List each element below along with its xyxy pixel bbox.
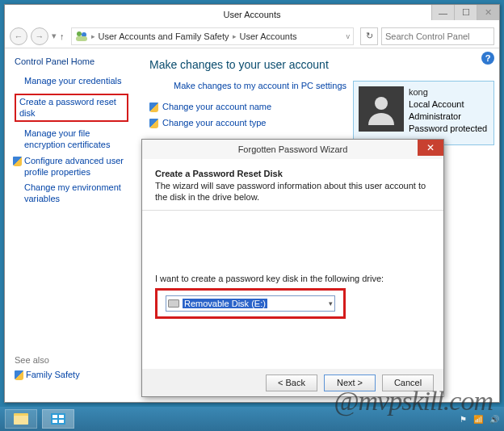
avatar xyxy=(359,86,404,132)
dialog-heading: Create a Password Reset Disk xyxy=(155,169,430,178)
forward-button[interactable]: → xyxy=(31,27,48,45)
taskbar-item-app[interactable] xyxy=(42,409,74,429)
forgotten-password-wizard: Forgotten Password Wizard ✕ Create a Pas… xyxy=(141,139,444,397)
sidebar-item-encryption[interactable]: Manage your file encryption certificates xyxy=(24,128,128,151)
dialog-buttons: < Back Next > Cancel xyxy=(142,369,443,396)
user-role: Administrator xyxy=(409,111,487,123)
control-panel-home-link[interactable]: Control Panel Home xyxy=(15,56,128,66)
recent-chevron-icon[interactable]: ▾ xyxy=(52,31,57,41)
sidebar-item-family-safety[interactable]: Family Safety xyxy=(26,370,80,381)
taskbar-item-explorer[interactable] xyxy=(5,409,37,429)
breadcrumb-chevron-icon[interactable]: v xyxy=(346,32,351,40)
user-card: kong Local Account Administrator Passwor… xyxy=(353,81,494,145)
refresh-button[interactable]: ↻ xyxy=(360,27,378,45)
tray-network-icon[interactable]: 📶 xyxy=(473,415,483,424)
highlight-box: Removable Disk (E:) ▾ xyxy=(155,288,346,319)
svg-rect-9 xyxy=(52,420,57,423)
system-tray: ⚑ 📶 🔊 xyxy=(460,415,499,424)
dialog-titlebar: Forgotten Password Wizard ✕ xyxy=(142,140,443,159)
titlebar: User Accounts — ☐ ✕ xyxy=(5,5,499,24)
breadcrumb-page[interactable]: User Accounts xyxy=(240,31,297,41)
sidebar-item-reset-disk[interactable]: Create a password reset disk xyxy=(19,97,116,118)
dialog-description: The wizard will save password informatio… xyxy=(155,180,430,203)
sidebar-item-advanced-profile[interactable]: Configure advanced user profile properti… xyxy=(24,156,128,178)
tray-volume-icon[interactable]: 🔊 xyxy=(489,415,499,424)
tray-flag-icon[interactable]: ⚑ xyxy=(460,415,467,424)
separator xyxy=(142,210,443,211)
drive-select[interactable]: Removable Disk (E:) ▾ xyxy=(166,295,335,312)
taskbar: ⚑ 📶 🔊 xyxy=(0,407,504,431)
dialog-title: Forgotten Password Wizard xyxy=(238,144,348,154)
back-button[interactable]: < Back xyxy=(266,375,317,391)
breadcrumb-group[interactable]: User Accounts and Family Safety xyxy=(99,31,229,41)
close-button[interactable]: ✕ xyxy=(477,5,499,20)
see-also: See also Family Safety xyxy=(15,355,80,386)
sidebar-item-env-vars[interactable]: Change my environment variables xyxy=(24,182,128,205)
window-title: User Accounts xyxy=(224,10,281,19)
toolbar: ← → ▾ ↑ ▸ User Accounts and Family Safet… xyxy=(5,24,499,48)
chevron-down-icon: ▾ xyxy=(329,299,333,308)
minimize-button[interactable]: — xyxy=(431,5,454,20)
sidebar: Control Panel Home Manage your credentia… xyxy=(5,48,138,402)
svg-rect-2 xyxy=(76,36,87,41)
dialog-body: Create a Password Reset Disk The wizard … xyxy=(142,159,443,369)
user-name: kong xyxy=(409,86,487,98)
svg-point-3 xyxy=(375,97,388,110)
user-info: kong Local Account Administrator Passwor… xyxy=(409,86,487,140)
avatar-icon xyxy=(365,93,397,125)
up-button[interactable]: ↑ xyxy=(60,31,65,41)
users-icon xyxy=(75,30,88,43)
svg-rect-8 xyxy=(59,415,64,418)
svg-rect-7 xyxy=(52,415,57,418)
user-status: Password protected xyxy=(409,123,487,135)
back-button[interactable]: ← xyxy=(10,27,27,45)
see-also-header: See also xyxy=(15,355,80,365)
drive-icon xyxy=(168,299,179,308)
user-type: Local Account xyxy=(409,98,487,111)
help-icon[interactable]: ? xyxy=(481,52,494,65)
highlight-box: Create a password reset disk xyxy=(15,94,128,123)
windows-label: Windows 8 xyxy=(450,392,498,404)
app-icon xyxy=(51,413,65,425)
svg-rect-10 xyxy=(59,420,64,423)
drive-prompt: I want to create a password key disk in … xyxy=(155,274,430,283)
breadcrumb[interactable]: ▸ User Accounts and Family Safety ▸ User… xyxy=(71,27,355,45)
dialog-close-button[interactable]: ✕ xyxy=(418,140,443,156)
svg-point-0 xyxy=(77,31,82,36)
sidebar-item-credentials[interactable]: Manage your credentials xyxy=(24,76,128,87)
maximize-button[interactable]: ☐ xyxy=(454,5,477,20)
svg-rect-5 xyxy=(14,416,28,425)
page-heading: Make changes to your user account xyxy=(149,58,488,71)
selected-drive: Removable Disk (E:) xyxy=(183,299,267,308)
next-button[interactable]: Next > xyxy=(324,375,376,391)
folder-icon xyxy=(14,413,28,425)
cancel-button[interactable]: Cancel xyxy=(382,375,434,391)
search-input[interactable] xyxy=(381,27,494,45)
